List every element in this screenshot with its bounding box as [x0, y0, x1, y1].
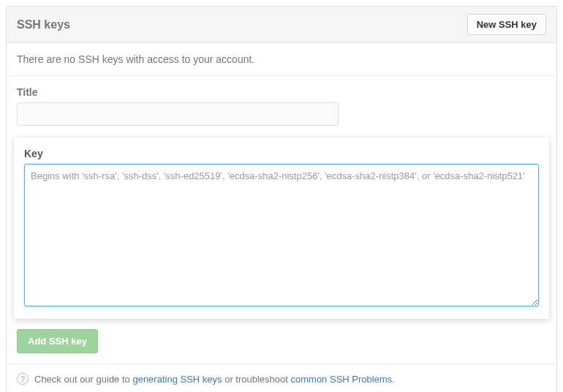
footer-suffix: . [392, 374, 395, 385]
common-problems-link[interactable]: common SSH Problems [291, 374, 393, 385]
key-textarea[interactable] [24, 164, 539, 306]
title-label: Title [17, 86, 546, 98]
add-ssh-key-button[interactable]: Add SSH key [17, 329, 98, 353]
footer-text: Check out our guide to generating SSH ke… [34, 374, 395, 385]
title-input[interactable] [17, 102, 339, 126]
title-field-group: Title [17, 86, 546, 126]
panel-footer: ? Check out our guide to generating SSH … [7, 363, 556, 392]
panel-title: SSH keys [17, 18, 70, 31]
panel-header: SSH keys New SSH key [7, 7, 556, 43]
new-ssh-key-button[interactable]: New SSH key [467, 14, 546, 35]
ssh-keys-panel: SSH keys New SSH key There are no SSH ke… [6, 6, 557, 392]
key-field-group: Key [14, 137, 549, 319]
footer-prefix: Check out our guide to [34, 374, 132, 385]
key-label: Key [24, 148, 539, 159]
empty-state-message: There are no SSH keys with access to you… [7, 43, 556, 76]
generating-keys-link[interactable]: generating SSH keys [132, 374, 222, 385]
footer-middle: or troubleshoot [222, 374, 291, 385]
add-key-form: Title Key Add SSH key [7, 76, 556, 363]
help-icon: ? [17, 373, 29, 385]
